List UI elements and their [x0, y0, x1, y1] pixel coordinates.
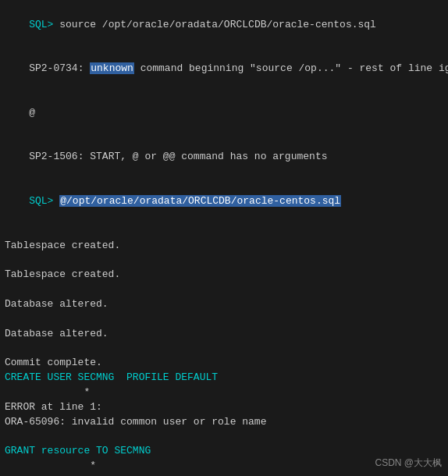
create-user-cmd: CREATE USER SECMNG PROFILE DEFAULT: [5, 371, 443, 385]
sql-highlight-line: @/opt/oracle/oradata/ORCLCDB/oracle-cent…: [59, 195, 341, 207]
line-3: @: [5, 91, 443, 136]
blank-4: [5, 312, 443, 327]
error-at-line-1: ERROR at line 1:: [5, 400, 443, 415]
blank-6: [5, 429, 443, 444]
tablespace-2: Tablespace created.: [5, 268, 443, 282]
blank-2: [5, 253, 443, 268]
blank-1: [5, 224, 443, 239]
line-1: SQL> source /opt/oracle/oradata/ORCLCDB/…: [5, 3, 443, 48]
db-altered-1: Database altered.: [5, 297, 443, 312]
asterisk-1: *: [5, 385, 443, 400]
blank-5: [5, 341, 443, 356]
watermark: CSDN @大大枫: [375, 456, 442, 470]
tablespace-1: Tablespace created.: [5, 239, 443, 254]
terminal: SQL> source /opt/oracle/oradata/ORCLCDB/…: [0, 0, 448, 476]
commit-complete: Commit complete.: [5, 356, 443, 371]
line-2: SP2-0734: unknown command beginning "sou…: [5, 48, 443, 92]
ora-65096: ORA-65096: invalid common user or role n…: [5, 415, 443, 430]
sql-prompt: SQL>: [29, 19, 59, 30]
line-5: SQL> @/opt/oracle/oradata/ORCLCDB/oracle…: [5, 179, 443, 224]
unknown-highlight: unknown: [90, 62, 134, 74]
line-4: SP2-1506: START, @ or @@ command has no …: [5, 136, 443, 180]
blank-3: [5, 282, 443, 297]
db-altered-2: Database altered.: [5, 327, 443, 342]
